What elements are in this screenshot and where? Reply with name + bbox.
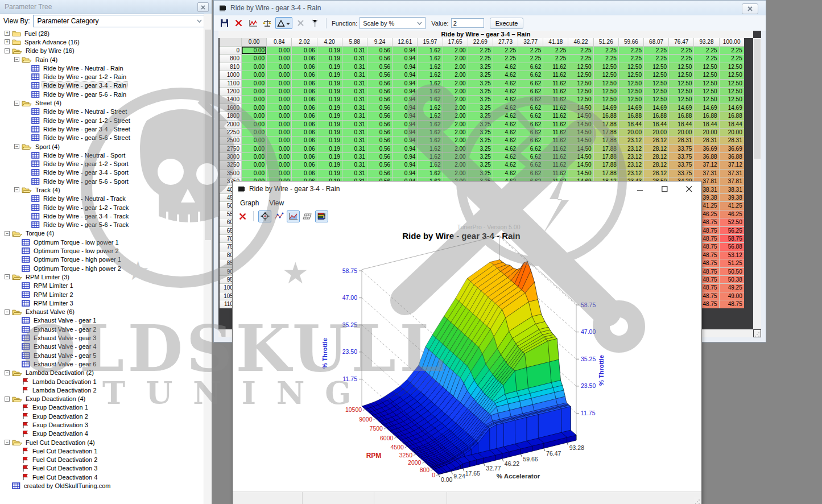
grid-cell[interactable]: 20.00 (619, 129, 643, 136)
grid-cell[interactable]: 16.88 (694, 112, 718, 119)
grid-cell[interactable]: 50.50 (720, 268, 744, 275)
grid-cell[interactable]: 1.62 (418, 137, 442, 144)
grid-cell[interactable]: 0.19 (317, 96, 342, 103)
grid-cell[interactable]: 12.50 (619, 80, 643, 87)
tree-item-label[interactable]: Ride by Wire - Neutral - Street (42, 108, 128, 115)
grid-cell[interactable]: 4.62 (493, 104, 518, 111)
grid-cell[interactable]: 12.50 (568, 80, 593, 87)
tree-item-label[interactable]: Exhaust Valve - gear 2 (32, 326, 97, 333)
grid-cell[interactable]: 0.94 (393, 80, 417, 87)
tree-item-label[interactable]: Exhaust Valve - gear 4 (32, 343, 97, 350)
grid-cell[interactable]: 3.25 (468, 145, 493, 152)
grid-cell[interactable]: 4.62 (493, 80, 518, 87)
maximize-icon[interactable] (652, 181, 677, 197)
tree-item-label[interactable]: Track (4) (34, 187, 61, 193)
tree-item-label[interactable]: Ride by Wire - Neutral - Rain (42, 65, 125, 72)
scatter-icon[interactable] (273, 211, 285, 222)
grid-cell[interactable]: 41.25 (720, 202, 744, 209)
tree-item[interactable]: Ride by Wire - gear 5-6 - Sport (1, 177, 204, 185)
grid-cell[interactable]: 36.69 (694, 145, 718, 152)
tree-item[interactable]: Exhaust Valve - gear 3 (1, 333, 204, 342)
grid-cell[interactable]: 0.19 (317, 121, 342, 128)
tree-item[interactable]: −Exhaust Valve (6) (1, 308, 204, 316)
grid-cell[interactable]: 1.62 (418, 145, 442, 152)
grid-cell[interactable]: 2.00 (443, 145, 468, 152)
grid-cell[interactable]: 11.62 (543, 88, 568, 95)
grid-cell[interactable]: 3.25 (468, 137, 493, 144)
grid-cell[interactable]: 17.88 (594, 121, 618, 128)
grid-cell[interactable]: 0.00 (242, 145, 266, 152)
grid-cell[interactable]: 17.88 (594, 137, 618, 144)
grid-cell[interactable]: 17.88 (594, 145, 618, 152)
grid-cell[interactable]: 18.44 (694, 121, 718, 128)
grid-cell[interactable]: 14.69 (669, 104, 693, 111)
skew-grid-icon[interactable] (301, 211, 313, 222)
tree-item[interactable]: −Rain (4) (1, 55, 204, 64)
grid-cell[interactable]: 0.19 (317, 161, 342, 168)
grid-cell[interactable]: 0.94 (393, 145, 417, 152)
grid-cell[interactable]: 2.00 (443, 129, 468, 136)
value-input[interactable] (451, 18, 484, 28)
grid-cell[interactable]: 6.62 (518, 129, 543, 136)
grid-cell[interactable]: 56.88 (720, 243, 744, 250)
grid-cell[interactable]: 11.62 (543, 129, 568, 136)
grid-cell[interactable]: 0.19 (317, 104, 342, 111)
grid-cell[interactable]: 28.12 (644, 137, 668, 144)
tree-item-label[interactable]: Torque (4) (24, 230, 55, 237)
tree-item-label[interactable]: Ride by Wire - gear 5-6 - Street (42, 134, 131, 141)
tree-item[interactable]: Exhaust Valve - gear 4 (1, 342, 204, 351)
grid-cell[interactable]: 0.06 (292, 63, 316, 71)
grid-cell[interactable]: 2.25 (694, 55, 718, 62)
grid-corner[interactable] (220, 38, 241, 46)
grid-cell[interactable]: 6.62 (518, 104, 543, 111)
grid-cell[interactable]: 1.62 (418, 153, 442, 160)
grid-cell[interactable]: 0.06 (292, 80, 316, 87)
grid-cell[interactable]: 4.62 (493, 145, 518, 152)
tree-item-label[interactable]: Ride by Wire - gear 3-4 - Rain (42, 82, 127, 89)
grid-cell[interactable]: 0.00 (267, 104, 291, 111)
tree-item-label[interactable]: Exup Deactivation 3 (31, 422, 89, 428)
grid-cell[interactable]: 1.62 (418, 129, 442, 136)
grid-cell[interactable]: 0.00 (242, 63, 266, 71)
grid-cell[interactable]: 14.50 (568, 170, 593, 177)
tree-item-label[interactable]: Ride by Wire - gear 1-2 - Rain (42, 73, 127, 80)
tree-item-label[interactable]: RPM Limiter 2 (32, 291, 75, 298)
tree-item-label[interactable]: Ride by Wire - gear 5-6 - Sport (42, 178, 130, 185)
tree-item-label[interactable]: Spark Advance (16) (23, 39, 81, 46)
grid-cell[interactable]: 0.00 (242, 170, 266, 177)
grid-cell[interactable]: 36.88 (720, 153, 744, 160)
grid-cell[interactable]: 58.75 (720, 235, 744, 242)
grid-cell[interactable]: 16.88 (594, 112, 618, 119)
column-header[interactable]: 15.97 (418, 38, 442, 46)
expand-toggle[interactable]: − (5, 231, 10, 236)
tree-item[interactable]: Ride by Wire - gear 3-4 - Sport (1, 168, 204, 177)
tree-item[interactable]: −Track (4) (1, 185, 204, 194)
expand-toggle[interactable]: − (5, 440, 10, 445)
tree-item[interactable]: Optimum Torque - high power 2 (1, 264, 204, 272)
grid-cell[interactable]: 0.00 (242, 88, 266, 95)
tree-item-label[interactable]: Exhaust Valve - gear 3 (32, 334, 97, 341)
grid-cell[interactable]: 11.62 (543, 80, 568, 87)
grid-cell[interactable]: 0.94 (393, 71, 417, 79)
grid-cell[interactable]: 0.31 (342, 104, 367, 111)
grid-cell[interactable]: 0.00 (267, 137, 291, 144)
grid-cell[interactable]: 12.50 (720, 88, 744, 95)
grid-cell[interactable]: 12.50 (619, 88, 643, 95)
expand-toggle[interactable]: − (5, 396, 10, 402)
tree-item-label[interactable]: RPM Limiter 1 (32, 282, 75, 289)
grid-cell[interactable]: 2.00 (443, 112, 468, 119)
grid-cell[interactable]: 0.94 (393, 161, 417, 168)
grid-cell[interactable]: 2.25 (619, 47, 643, 54)
row-header[interactable]: 800 (220, 55, 241, 62)
column-header[interactable]: 41.18 (543, 38, 568, 46)
grid-cell[interactable]: 11.62 (543, 112, 568, 119)
grid-cell[interactable]: 0.19 (317, 129, 342, 136)
grid-cell[interactable]: 2.00 (443, 161, 468, 168)
grid-cell[interactable]: 28.31 (720, 137, 744, 144)
grid-cell[interactable]: 12.50 (619, 63, 643, 71)
grid-cell[interactable]: 12.50 (694, 71, 718, 79)
grid-cell[interactable]: 3.25 (468, 80, 493, 87)
row-header[interactable]: 1600 (220, 104, 241, 111)
tree-item[interactable]: −Lambda Deactivation (2) (1, 369, 204, 377)
grid-cell[interactable]: 28.31 (694, 137, 718, 144)
